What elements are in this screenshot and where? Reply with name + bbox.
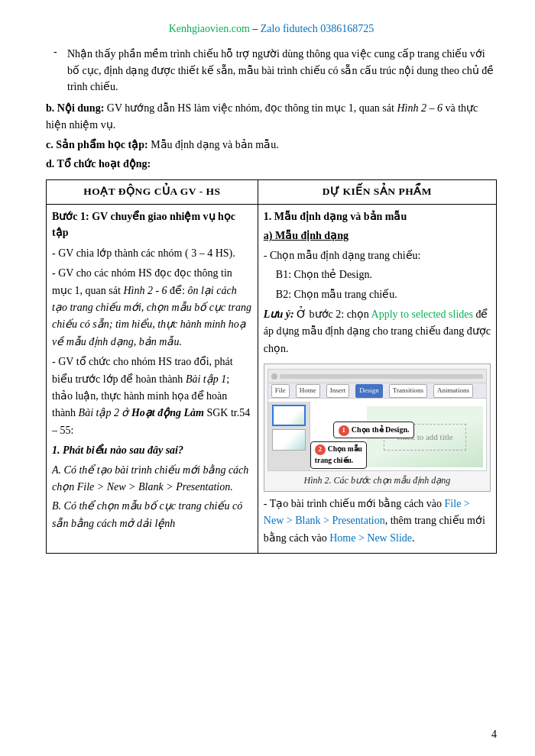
fig-slide-thumb-1 — [272, 405, 306, 426]
section-c-label: c. Sản phẩm học tập: — [46, 139, 148, 150]
fig-body: 1Chọn thẻ Design. 2Chọn mẫutrang chiếu. … — [268, 402, 486, 470]
tao-bai-blue2: Home > New Slide — [329, 532, 412, 544]
dash-icon: - — [54, 46, 67, 95]
left-item-5: A. Có thể tạo bài trình chiếu mới bằng c… — [52, 462, 252, 496]
fig-tab-file: File — [271, 384, 290, 398]
left-item-6: B. Có thể chọn mẫu bố cục trang chiếu có… — [52, 498, 252, 532]
left-item-2: - GV cho các nhóm HS đọc đọc thông tin m… — [52, 265, 252, 351]
right-step-1: - Chọn mẫu định dạng trang chiếu: — [264, 247, 491, 264]
section-b-label: b. Nội dung: — [46, 102, 104, 114]
table-cell-right: 1. Mẫu định dạng và bản mẫu a) Mẫu định … — [258, 204, 496, 553]
fig-tab-design: Design — [355, 384, 383, 398]
right-sub-title: a) Mẫu định dạng — [264, 230, 349, 241]
figure-container: File Home Insert Design Transitions Anim… — [264, 363, 491, 492]
right-luu-y: Lưu ý: Ở bước 2: chọn Apply to selected … — [264, 306, 491, 357]
fig-ribbon: File Home Insert Design Transitions Anim… — [268, 383, 486, 399]
figure-inner: File Home Insert Design Transitions Anim… — [268, 369, 487, 471]
left-item-4: 1. Phát biểu nào sau đây sai? — [52, 442, 252, 459]
fig-toolbar-dot — [271, 373, 277, 380]
section-b-text: GV hướng dẫn HS làm việc nhóm, đọc thông… — [107, 102, 397, 114]
header: Kenhgiaovien.com – Zalo fidutech 0386168… — [46, 23, 497, 35]
table-header-left: HOẠT ĐỘNG CỦA GV - HS — [47, 179, 258, 204]
right-step-3: B2: Chọn mẫu trang chiếu. — [264, 286, 491, 303]
right-step-2: B1: Chọn thẻ Design. — [264, 267, 491, 283]
fig-slide-thumb-2 — [272, 429, 306, 451]
section-c: c. Sản phẩm học tập: Mẫu định dạng và bả… — [46, 137, 497, 153]
fig-tab-transitions: Transitions — [389, 384, 427, 398]
fig-tab-animations: Animations — [433, 384, 473, 398]
fig-main-area: 1Chọn thẻ Design. 2Chọn mẫutrang chiếu. … — [310, 402, 486, 470]
callout-design-text: Chọn thẻ Design. — [352, 425, 410, 434]
fig-slides-panel — [268, 402, 310, 470]
fig-tab-insert: Insert — [326, 384, 350, 398]
site-link: Kenhgiaovien.com — [169, 23, 250, 34]
table-header-right: DỰ KIẾN SẢN PHẨM — [258, 179, 496, 204]
luu-y-label: Lưu ý: — [264, 309, 294, 320]
fig-toolbar-bar — [280, 374, 483, 379]
section-c-text: Mẫu định dạng và bản mẫu. — [151, 139, 279, 150]
right-main-title: 1. Mẫu định dạng và bản mẫu — [264, 211, 407, 222]
left-item-3: - GV tổ chức cho nhóm HS trao đổi, phát … — [52, 354, 252, 439]
zalo-link: Zalo fidutech 0386168725 — [261, 23, 374, 34]
section-d-label: d. Tổ chức hoạt động: — [46, 158, 151, 170]
table-row-main: Bước 1: GV chuyển giao nhiệm vụ học tập … — [47, 204, 497, 553]
step-label: Bước 1: GV chuyển giao nhiệm vụ học tập — [52, 211, 235, 239]
section-d: d. Tổ chức hoạt động: — [46, 156, 497, 173]
luu-y-green: Apply to selected slides — [371, 309, 473, 320]
fig-toolbar — [268, 370, 486, 383]
fig-caption: Hình 2. Các bước chọn mẫu định dạng — [268, 473, 487, 488]
callout-theme: 2Chọn mẫutrang chiếu. — [310, 441, 367, 469]
section-b: b. Nội dung: GV hướng dẫn HS làm việc nh… — [46, 100, 497, 134]
table-cell-left: Bước 1: GV chuyển giao nhiệm vụ học tập … — [47, 204, 258, 553]
intro-bullet-1: - Nhận thấy phần mềm trình chiếu hỗ trợ … — [46, 46, 497, 95]
main-table: HOẠT ĐỘNG CỦA GV - HS DỰ KIẾN SẢN PHẨM B… — [46, 179, 497, 554]
fig-thumb-inner — [274, 406, 304, 425]
fig-tab-home: Home — [296, 384, 320, 398]
right-tao-bai: - Tạo bài trình chiếu mới bằng cách vào … — [264, 496, 491, 547]
separator: – — [250, 23, 261, 34]
left-item-1: - GV chia lớp thành các nhóm ( 3 – 4 HS)… — [52, 245, 252, 262]
page-number: 4 — [491, 729, 497, 741]
intro-bullet-text: Nhận thấy phần mềm trình chiếu hỗ trợ ng… — [67, 46, 497, 95]
callout-design: 1Chọn thẻ Design. — [333, 422, 415, 438]
section-b-italic: Hình 2 – 6 — [397, 102, 443, 114]
